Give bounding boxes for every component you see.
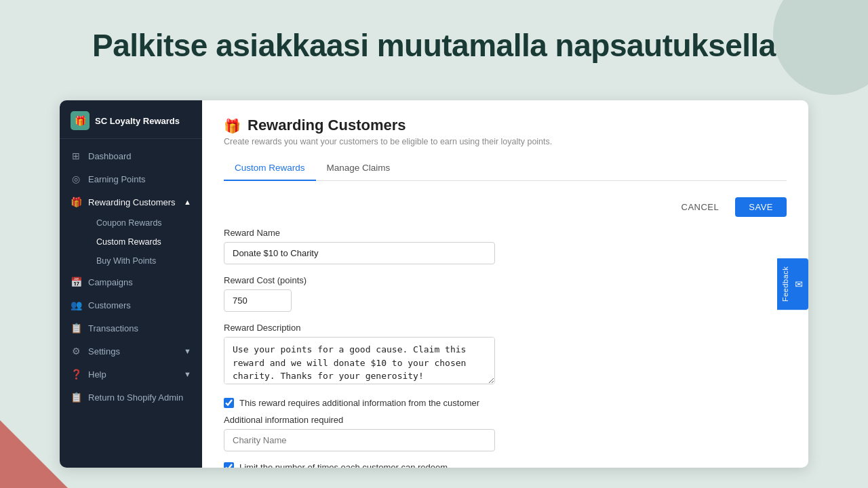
sidebar-item-custom-rewards[interactable]: Custom Rewards [88,232,202,251]
additional-info-group: Additional information required [224,415,787,451]
reward-cost-group: Reward Cost (points) [224,275,787,312]
logo-icon: 🎁 [71,111,90,130]
sidebar-label-help: Help [88,369,106,380]
sidebar: 🎁 SC Loyalty Rewards ⊞ Dashboard ◎ Earni… [60,100,202,468]
save-button[interactable]: SAVE [735,197,787,217]
checkbox2-row: Limit the number of times each customer … [224,462,787,468]
dashboard-icon: ⊞ [71,150,81,161]
reward-name-input[interactable] [224,242,495,264]
page-title: Palkitse asiakkaasi muutamalla napsautuk… [0,27,868,64]
sidebar-item-customers[interactable]: 👥 Customers [60,293,202,317]
customers-icon: 👥 [71,300,81,310]
sidebar-label-rewarding: Rewarding Customers [88,197,176,207]
section-subtitle: Create rewards you want your customers t… [224,137,787,146]
section-title: Rewarding Customers [248,117,406,134]
rewarding-icon: 🎁 [71,197,81,207]
sidebar-item-earning-points[interactable]: ◎ Earning Points [60,167,202,190]
tabs-container: Custom Rewards Manage Claims [224,157,787,181]
earning-points-icon: ◎ [71,174,81,184]
page-header: Palkitse asiakkaasi muutamalla napsautuk… [0,27,868,64]
shopify-icon: 📋 [71,392,81,403]
sidebar-label-transactions: Transactions [88,323,138,333]
decorative-triangle [0,420,68,488]
campaigns-icon: 📅 [71,277,81,287]
checkbox1-row: This reward requires additional informat… [224,398,787,408]
reward-name-group: Reward Name [224,228,787,264]
checkbox1-input[interactable] [224,398,234,408]
feedback-label: Feedback [781,266,789,302]
sidebar-item-coupon-rewards[interactable]: Coupon Rewards [88,214,202,232]
checkbox2-input[interactable] [224,462,234,468]
tab-custom-rewards[interactable]: Custom Rewards [224,157,316,181]
reward-name-label: Reward Name [224,228,787,238]
section-icon: 🎁 [224,118,241,134]
sidebar-item-help[interactable]: ❓ Help ▼ [60,363,202,386]
form-header-row: CANCEL SAVE [224,197,787,217]
transactions-icon: 📋 [71,323,81,333]
rewarding-submenu: Coupon Rewards Custom Rewards Buy With P… [60,214,202,270]
main-container: 🎁 SC Loyalty Rewards ⊞ Dashboard ◎ Earni… [60,100,808,468]
reward-description-group: Reward Description Use your points for a… [224,323,787,387]
additional-info-label: Additional information required [224,415,787,425]
reward-description-textarea[interactable]: Use your points for a good cause. Claim … [224,337,495,384]
sidebar-item-rewarding-customers[interactable]: 🎁 Rewarding Customers ▲ [60,190,202,214]
logo-text: SC Loyalty Rewards [95,116,180,126]
help-arrow-icon: ▼ [184,370,191,378]
sidebar-label-campaigns: Campaigns [88,277,133,287]
sidebar-item-dashboard[interactable]: ⊞ Dashboard [60,144,202,167]
sidebar-label-return-shopify: Return to Shopify Admin [88,392,183,403]
tab-manage-claims[interactable]: Manage Claims [316,157,401,181]
sidebar-item-return-shopify[interactable]: 📋 Return to Shopify Admin [60,386,202,409]
sidebar-item-transactions[interactable]: 📋 Transactions [60,317,202,340]
sidebar-label-settings: Settings [88,346,120,357]
sidebar-logo: 🎁 SC Loyalty Rewards [60,100,202,139]
reward-cost-label: Reward Cost (points) [224,275,787,285]
help-icon: ❓ [71,369,81,380]
content-header: 🎁 Rewarding Customers [224,117,787,134]
sidebar-label-dashboard: Dashboard [88,151,132,161]
checkbox2-label: Limit the number of times each customer … [239,462,448,468]
feedback-tab[interactable]: Feedback ✉ [777,258,808,310]
content-area: 🎁 Rewarding Customers Create rewards you… [202,100,808,468]
settings-icon: ⚙ [71,346,81,357]
checkbox1-label: This reward requires additional informat… [239,398,479,408]
settings-arrow-icon: ▼ [184,347,191,355]
reward-description-label: Reward Description [224,323,787,333]
additional-info-input[interactable] [224,429,495,451]
sidebar-item-campaigns[interactable]: 📅 Campaigns [60,270,202,293]
feedback-icon: ✉ [793,279,804,290]
sidebar-nav: ⊞ Dashboard ◎ Earning Points 🎁 Rewarding… [60,139,202,468]
reward-cost-input[interactable] [224,289,292,312]
rewarding-arrow-icon: ▲ [184,198,191,206]
sidebar-label-earning-points: Earning Points [88,174,146,184]
sidebar-item-settings[interactable]: ⚙ Settings ▼ [60,340,202,363]
cancel-button[interactable]: CANCEL [671,197,730,217]
sidebar-label-customers: Customers [88,300,131,310]
sidebar-item-buy-with-points[interactable]: Buy With Points [88,251,202,270]
